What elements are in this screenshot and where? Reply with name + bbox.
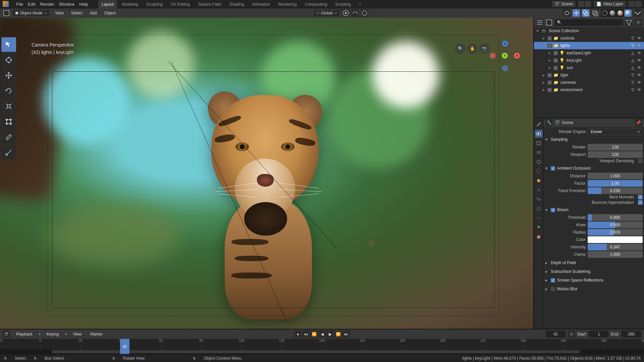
viewlayer-delete-button[interactable] (635, 1, 641, 7)
timeline-editor-type[interactable]: ⏱ (3, 330, 10, 338)
ao-bounces-checkbox[interactable]: ✓ (638, 200, 643, 205)
timeline-menu-keying[interactable]: Keying (44, 331, 62, 338)
shading-lookdev[interactable] (616, 9, 624, 17)
playhead[interactable]: 42 (120, 339, 129, 354)
view-zoom-button[interactable]: 🔍 (455, 43, 466, 54)
shading-solid[interactable] (609, 9, 616, 17)
view3d-menu-view[interactable]: View (52, 10, 66, 16)
bloom-radius-field[interactable]: 3.919 (588, 229, 643, 236)
menu-edit[interactable]: Edit (28, 2, 35, 7)
end-frame-field[interactable]: 280 (621, 331, 641, 338)
tab-uv-editing[interactable]: UV Editing (167, 0, 193, 8)
axis-x[interactable]: X (514, 53, 520, 59)
outliner-item-lights[interactable]: ▾✓📁lights▽👁 (534, 42, 644, 49)
mblur-enable-checkbox[interactable] (551, 287, 555, 291)
outliner-item-enviornment[interactable]: ▸✓📁enviornment▽👁 (534, 86, 644, 94)
tool-rotate[interactable] (1, 83, 16, 98)
jump-to-end[interactable]: ⏭ (342, 330, 350, 338)
panel-mblur[interactable]: ▸Motion Blur (545, 285, 643, 293)
samples-viewport-field[interactable]: 128 (588, 151, 643, 158)
panel-sss[interactable]: ▸Subsurface Scattering (545, 268, 643, 275)
visibility-toggle[interactable]: 👁 (637, 58, 642, 63)
outliner-new-collection[interactable]: ➕ (635, 19, 642, 26)
outliner-item-cameras[interactable]: ▸✓📁cameras▽👁 (534, 79, 644, 86)
tab-texture-paint[interactable]: Texture Paint (195, 0, 225, 8)
bloom-intensity-field[interactable]: 0.347 (588, 244, 643, 250)
ptab-material[interactable] (535, 233, 543, 241)
tab-modeling[interactable]: Modeling (118, 0, 142, 8)
mode-dropdown[interactable]: Object Mode (12, 9, 50, 17)
visibility-toggle[interactable]: 👁 (637, 51, 642, 55)
tool-cursor[interactable] (1, 53, 16, 67)
show-overlays-toggle[interactable] (582, 9, 589, 17)
panel-ao[interactable]: ▾✓Ambient Occlusion (545, 165, 643, 172)
disclosure-icon[interactable]: ▸ (547, 65, 552, 70)
play-reverse[interactable]: ◀ (318, 330, 326, 338)
bloom-enable-checkbox[interactable]: ✓ (551, 208, 555, 212)
current-frame-field[interactable]: 42 (546, 331, 566, 338)
outliner-item-eyeSpecLight[interactable]: ▸✓💡eyeSpecLight△👁 (534, 49, 644, 57)
timeline-menu-marker[interactable]: Marker (88, 331, 105, 338)
view3d-menu-add[interactable]: Add (87, 10, 99, 16)
ptab-object[interactable] (535, 177, 543, 185)
tab-add[interactable]: + (356, 0, 365, 8)
ptab-particle[interactable] (535, 195, 543, 203)
tab-animation[interactable]: Animation (249, 0, 273, 8)
preview-range-toggle[interactable]: ⏲ (568, 330, 575, 338)
ao-factor-field[interactable]: 1.00 (588, 180, 643, 187)
tool-select-box[interactable] (1, 37, 16, 52)
tool-transform[interactable] (1, 114, 16, 129)
ptab-output[interactable] (535, 139, 543, 147)
enable-checkbox[interactable]: ✓ (553, 58, 558, 63)
menu-help[interactable]: Help (79, 2, 88, 7)
outliner-item-controls[interactable]: ▸✓📁controls▽👁 (534, 35, 644, 42)
pivot-dropdown[interactable] (342, 9, 350, 17)
ptab-world[interactable] (535, 167, 543, 175)
ssr-enable-checkbox[interactable]: ✓ (551, 278, 555, 283)
axis-neg-z[interactable] (502, 65, 508, 71)
panel-bloom[interactable]: ▾✓Bloom (545, 206, 643, 214)
outliner-display-mode[interactable] (545, 19, 553, 26)
ao-enable-checkbox[interactable]: ✓ (551, 166, 555, 171)
tab-rendering[interactable]: Rendering (275, 0, 300, 8)
viewlayer-new-button[interactable] (629, 1, 635, 7)
enable-checkbox[interactable]: ✓ (547, 80, 552, 85)
shading-rendered[interactable] (624, 9, 632, 17)
menu-render[interactable]: Render (40, 2, 54, 7)
tool-move[interactable] (1, 68, 16, 83)
disclosure-icon[interactable]: ▸ (541, 80, 546, 85)
enable-checkbox[interactable]: ✓ (547, 88, 552, 92)
axis-z[interactable]: Z (502, 41, 508, 47)
disclosure-icon[interactable]: ▸ (541, 73, 546, 77)
visibility-toggle[interactable]: 👁 (637, 43, 642, 48)
bloom-threshold-field[interactable]: 0.800 (588, 214, 643, 221)
shading-wireframe[interactable] (601, 9, 608, 17)
tool-annotate[interactable] (1, 130, 16, 144)
axis-neg-x[interactable] (490, 53, 496, 59)
outliner-root[interactable]: ▾ 🗀 Scene Collection (534, 27, 644, 35)
jump-to-start[interactable]: ⏮ (302, 330, 310, 338)
enable-checkbox[interactable]: ✓ (553, 66, 558, 70)
enable-checkbox[interactable]: ✓ (547, 36, 552, 41)
show-gizmo-toggle[interactable] (573, 9, 580, 17)
ptab-tool[interactable] (535, 120, 543, 128)
disclosure-icon[interactable]: ▸ (547, 51, 552, 55)
menu-file[interactable]: File (16, 2, 23, 7)
xray-toggle[interactable] (591, 9, 599, 17)
panel-sampling[interactable]: ▾Sampling (545, 136, 643, 143)
bloom-clamp-field[interactable]: 1.000 (588, 251, 643, 258)
viewport-denoise-checkbox[interactable]: ✓ (638, 159, 643, 163)
disclosure-icon[interactable]: ▾ (541, 43, 546, 48)
outliner-filter[interactable] (625, 19, 633, 26)
outliner-editor-type[interactable] (536, 19, 543, 26)
ptab-modifier[interactable] (535, 186, 543, 194)
ao-trace-field[interactable]: 0.250 (588, 187, 643, 194)
tab-sculpting[interactable]: Sculpting (143, 0, 166, 8)
shading-options[interactable] (634, 9, 641, 17)
tool-measure[interactable] (1, 145, 16, 160)
tab-scripting[interactable]: Scripting (332, 0, 354, 8)
ptab-scene[interactable] (535, 158, 543, 166)
timeline-menu-view[interactable]: View (70, 331, 84, 338)
disclosure-icon[interactable]: ▸ (541, 36, 546, 41)
jump-prev-key[interactable]: ⏪ (310, 330, 318, 338)
